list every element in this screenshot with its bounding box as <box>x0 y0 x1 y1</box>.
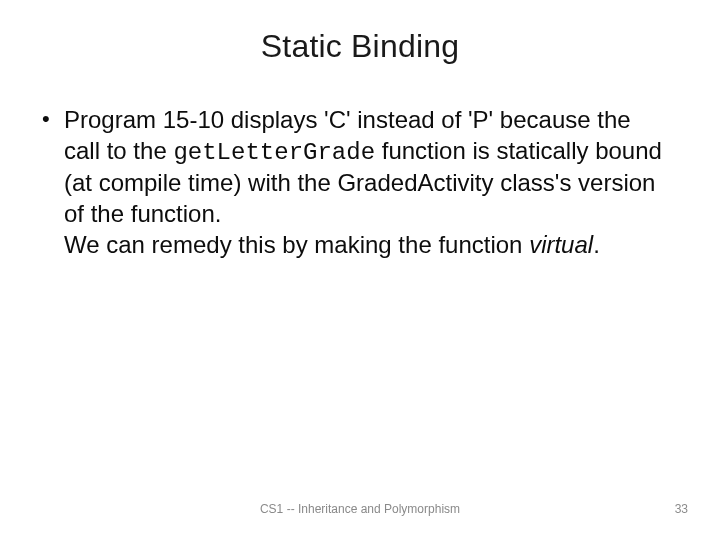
footer-text: CS1 -- Inheritance and Polymorphism <box>0 502 720 516</box>
page-number: 33 <box>675 502 688 516</box>
emphasized-word: virtual <box>529 231 593 258</box>
bullet-item: Program 15-10 displays 'C' instead of 'P… <box>64 105 670 261</box>
slide: Static Binding Program 15-10 displays 'C… <box>0 0 720 540</box>
bullet-text-3a: We can remedy this by making the functio… <box>64 231 529 258</box>
code-identifier: getLetterGrade <box>173 139 375 166</box>
slide-body: Program 15-10 displays 'C' instead of 'P… <box>40 105 680 261</box>
bullet-text-3c: . <box>593 231 600 258</box>
slide-title: Static Binding <box>40 28 680 65</box>
